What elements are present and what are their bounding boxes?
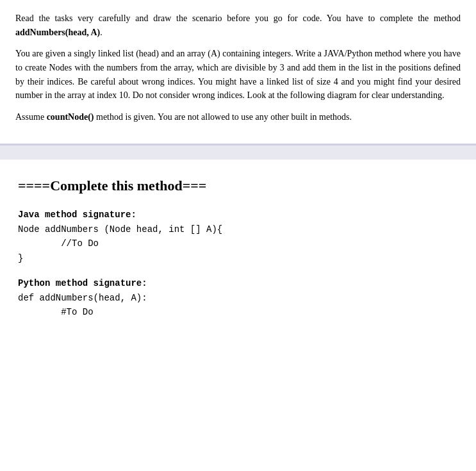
assume-text-start: Assume — [15, 112, 47, 122]
intro-end: . — [100, 28, 103, 37]
python-code: def addNumbers(head, A): #To Do — [18, 291, 461, 320]
assume-paragraph: Assume countNode() method is given. You … — [15, 110, 461, 124]
top-section: Read the tasks very carefully and draw t… — [0, 0, 476, 145]
assume-text-end: method is given. You are not allowed to … — [94, 112, 352, 122]
description-paragraph: You are given a singly linked list (head… — [15, 47, 461, 103]
java-section: Java method signature: Node addNumbers (… — [18, 210, 461, 265]
bottom-section: ====Complete this method=== Java method … — [0, 160, 476, 348]
section-heading: ====Complete this method=== — [18, 178, 461, 194]
intro-paragraph: Read the tasks very carefully and draw t… — [15, 12, 461, 39]
divider-band — [0, 145, 476, 160]
java-code: Node addNumbers (Node head, int [] A){ /… — [18, 222, 461, 265]
python-section: Python method signature: def addNumbers(… — [18, 278, 461, 320]
count-node-method: countNode() — [47, 112, 94, 122]
intro-text: Read the tasks very carefully and draw t… — [15, 13, 461, 23]
method-name-bold: addNumbers(head, A) — [15, 28, 100, 37]
python-label: Python method signature: — [18, 278, 461, 288]
java-label: Java method signature: — [18, 210, 461, 220]
